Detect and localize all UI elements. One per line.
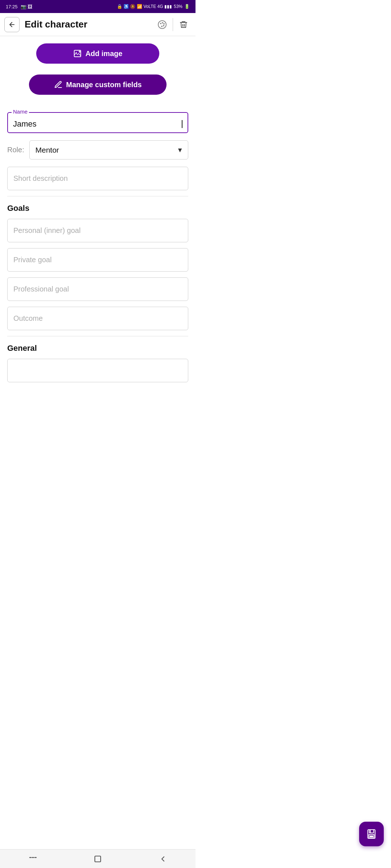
role-label: Role: <box>7 146 24 154</box>
short-description-field <box>7 167 188 190</box>
role-select[interactable]: Mentor Protagonist Antagonist Supporting <box>29 140 188 159</box>
short-description-input[interactable] <box>13 174 182 183</box>
role-select-wrapper: Mentor Protagonist Antagonist Supporting… <box>29 140 188 159</box>
palette-button[interactable] <box>155 17 170 32</box>
general-first-input[interactable] <box>13 366 182 375</box>
text-cursor <box>182 120 182 128</box>
svg-point-5 <box>161 26 163 27</box>
manage-fields-icon <box>54 80 63 89</box>
general-first-field <box>7 359 188 382</box>
status-network-icons: 🔒 ♿ 🔕 📶 VoLTE 4G ▮▮▮ <box>117 4 172 9</box>
svg-point-4 <box>163 25 164 26</box>
status-bar: 17:25 📷 🖼 🔒 ♿ 🔕 📶 VoLTE 4G ▮▮▮ 53% 🔋 <box>0 0 196 13</box>
status-time: 17:25 <box>6 4 18 9</box>
add-image-label: Add image <box>85 50 122 58</box>
svg-point-2 <box>162 22 163 24</box>
personal-goal-input[interactable] <box>13 226 182 235</box>
status-icons: 📷 🖼 <box>21 4 33 9</box>
content-area: Add image Manage custom fields Name Role… <box>0 36 196 426</box>
goals-section-title: Goals <box>7 204 188 213</box>
general-section-title: General <box>7 344 188 353</box>
delete-button[interactable] <box>176 17 191 32</box>
app-bar-actions <box>155 17 192 32</box>
palette-icon <box>157 20 167 29</box>
name-field-container: Name <box>7 112 188 133</box>
outcome-input[interactable] <box>13 314 182 323</box>
back-arrow-icon <box>9 21 15 28</box>
status-battery: 53% <box>174 4 182 9</box>
divider-general <box>7 336 188 336</box>
app-bar: Edit character <box>0 13 196 36</box>
svg-point-0 <box>158 21 166 29</box>
professional-goal-field <box>7 277 188 301</box>
page-title: Edit character <box>25 19 155 30</box>
divider-goals <box>7 196 188 196</box>
private-goal-input[interactable] <box>13 256 182 264</box>
manage-fields-label: Manage custom fields <box>66 81 142 89</box>
personal-goal-field <box>7 219 188 242</box>
name-label: Name <box>12 109 29 115</box>
svg-point-1 <box>160 23 161 24</box>
battery-icon: 🔋 <box>184 4 190 9</box>
add-image-icon <box>73 49 82 58</box>
outcome-field <box>7 307 188 330</box>
professional-goal-input[interactable] <box>13 285 182 293</box>
back-button[interactable] <box>4 17 20 32</box>
private-goal-field <box>7 248 188 272</box>
action-divider <box>173 18 173 31</box>
trash-icon <box>179 20 188 29</box>
role-row: Role: Mentor Protagonist Antagonist Supp… <box>7 140 188 159</box>
add-image-button[interactable]: Add image <box>36 43 159 64</box>
manage-custom-fields-button[interactable]: Manage custom fields <box>29 75 167 95</box>
svg-point-3 <box>163 23 165 25</box>
name-input[interactable] <box>13 119 181 129</box>
